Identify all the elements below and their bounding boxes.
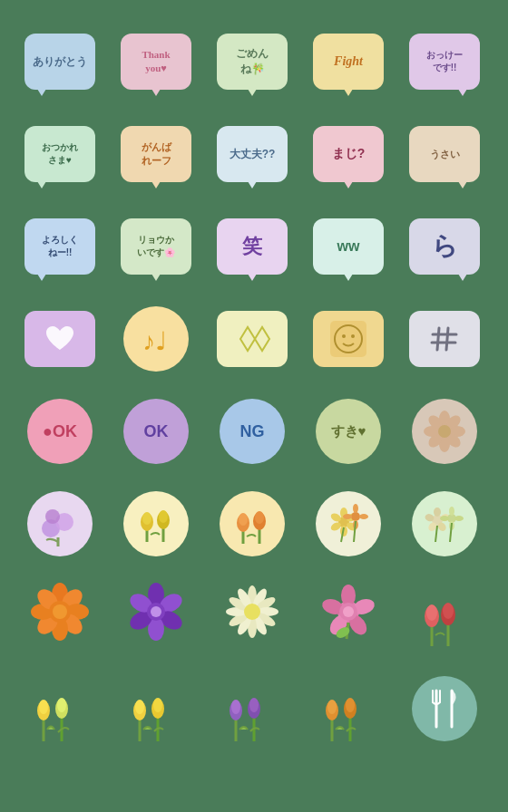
- white-daisy-svg: [220, 580, 285, 652]
- item-pink-flower[interactable]: [305, 573, 392, 660]
- item-hash-icon[interactable]: [401, 295, 488, 382]
- item-ww[interactable]: ww: [305, 203, 392, 290]
- item-maru[interactable]: ら: [401, 203, 488, 290]
- item-star-icon[interactable]: [305, 295, 392, 382]
- svg-point-20: [438, 425, 451, 438]
- svg-point-105: [343, 606, 354, 617]
- item-tulip-yellow-circle[interactable]: [112, 480, 200, 567]
- item-tulip-red[interactable]: [401, 573, 488, 660]
- item-daijoubu[interactable]: 大丈夫??: [209, 111, 296, 198]
- item-tulip-orange-circle[interactable]: [209, 480, 296, 567]
- arigato-text: ありがとう: [33, 54, 87, 70]
- svg-point-33: [239, 513, 248, 526]
- ok-pink-text: ●OK: [43, 422, 77, 441]
- music-svg: ♪♩: [138, 321, 174, 357]
- item-diamond-icon[interactable]: [209, 295, 296, 382]
- item-arigato[interactable]: ありがとう: [16, 18, 103, 105]
- item-otsukare2[interactable]: おっけーです!!: [401, 18, 488, 105]
- svg-point-83: [151, 606, 161, 617]
- svg-point-46: [359, 514, 368, 519]
- svg-point-44: [351, 512, 360, 521]
- daijoubu-text: 大丈夫??: [230, 147, 276, 162]
- item-yoroshiku[interactable]: よろしくねー!!: [16, 203, 103, 290]
- svg-point-113: [443, 603, 454, 619]
- item-purple-flower[interactable]: [112, 573, 200, 660]
- svg-point-52: [434, 508, 441, 517]
- ok-purple-text: OK: [144, 422, 169, 441]
- warai-text: 笑: [242, 233, 262, 260]
- svg-point-119: [57, 698, 66, 712]
- item-suki-circle[interactable]: すき♥: [305, 388, 392, 475]
- svg-point-137: [346, 698, 355, 712]
- otsukare2-text: おっけーです!!: [426, 49, 463, 74]
- green-flowers-svg: [417, 497, 472, 551]
- svg-point-110: [426, 604, 437, 621]
- item-ryoukai[interactable]: リョウかいです🌸: [112, 203, 200, 290]
- hash-svg: [428, 323, 461, 355]
- fork-knife-svg: [426, 686, 463, 731]
- tulip-yellow-circle-svg: [129, 497, 183, 551]
- tulip-pair3-svg: [216, 671, 288, 748]
- item-warai[interactable]: 笑: [209, 203, 296, 290]
- svg-marker-2: [255, 327, 269, 351]
- item-music-icon[interactable]: ♪♩: [112, 295, 200, 382]
- svg-point-74: [53, 604, 67, 619]
- gomen-text: ごめんね🎋: [236, 46, 269, 77]
- item-orange-flower[interactable]: [16, 573, 103, 660]
- ryoukai-text: リョウかいです🌸: [137, 234, 175, 259]
- svg-point-128: [231, 700, 240, 714]
- fight-text: Fight: [334, 54, 363, 69]
- item-ng-circle[interactable]: NG: [209, 388, 296, 475]
- tulip-orange-circle-svg: [225, 497, 279, 551]
- svg-point-36: [255, 511, 264, 524]
- svg-point-6: [351, 334, 355, 338]
- svg-point-131: [249, 698, 259, 712]
- tulip-pair2-svg: [120, 671, 192, 748]
- suki-text: すき♥: [331, 423, 366, 440]
- flower-beige-svg: [417, 404, 472, 459]
- svg-marker-1: [240, 327, 255, 351]
- svg-text:♪♩: ♪♩: [142, 327, 167, 355]
- item-mixed-flowers[interactable]: [305, 480, 392, 567]
- ganbatte-text: がんばれーフ: [142, 140, 171, 168]
- svg-point-58: [449, 507, 454, 516]
- star-smile-svg: [326, 316, 371, 362]
- item-ganbatte[interactable]: がんばれーフ: [112, 111, 200, 198]
- item-maji[interactable]: まじ?: [305, 111, 392, 198]
- svg-point-122: [135, 700, 144, 714]
- item-ok-pink[interactable]: ●OK: [16, 388, 103, 475]
- svg-point-30: [159, 510, 168, 523]
- diamond-svg: [230, 325, 275, 353]
- maji-text: まじ?: [332, 146, 366, 162]
- item-tulip-pair-2[interactable]: [112, 665, 200, 752]
- item-green-flowers[interactable]: [401, 480, 488, 567]
- item-otsukare[interactable]: おつかれさま♥: [16, 111, 103, 198]
- item-fork-knife[interactable]: [401, 665, 488, 752]
- svg-point-116: [39, 700, 48, 714]
- pink-flower-svg: [316, 580, 381, 652]
- tulip-pair4-svg: [312, 671, 385, 748]
- svg-point-61: [440, 516, 449, 521]
- item-tulip-pair-4[interactable]: [305, 665, 392, 752]
- item-thankyou[interactable]: Thankyou♥: [112, 18, 200, 105]
- item-uzai[interactable]: うさい: [401, 111, 488, 198]
- svg-point-23: [45, 509, 60, 524]
- svg-line-8: [446, 328, 448, 350]
- item-ok-purple[interactable]: OK: [112, 388, 200, 475]
- ng-text: NG: [240, 422, 265, 441]
- maru-text: ら: [432, 229, 458, 264]
- thankyou-text: Thankyou♥: [142, 48, 170, 76]
- item-flower-lavender[interactable]: [16, 480, 103, 567]
- item-tulip-pair-1[interactable]: [16, 665, 103, 752]
- svg-point-134: [327, 700, 337, 714]
- tulip-pair1-svg: [24, 671, 96, 748]
- emoji-grid: ありがとう Thankyou♥ ごめんね🎋 Fight おっけーです!! おつか…: [7, 9, 501, 761]
- item-heart-icon[interactable]: [16, 295, 103, 382]
- svg-point-5: [342, 334, 346, 338]
- mixed-flowers-svg: [321, 497, 376, 551]
- item-gomen[interactable]: ごめんね🎋: [209, 18, 296, 105]
- item-flower-beige[interactable]: [401, 388, 488, 475]
- item-tulip-pair-3[interactable]: [209, 665, 296, 752]
- item-white-daisy[interactable]: [209, 573, 296, 660]
- item-fight[interactable]: Fight: [305, 18, 392, 105]
